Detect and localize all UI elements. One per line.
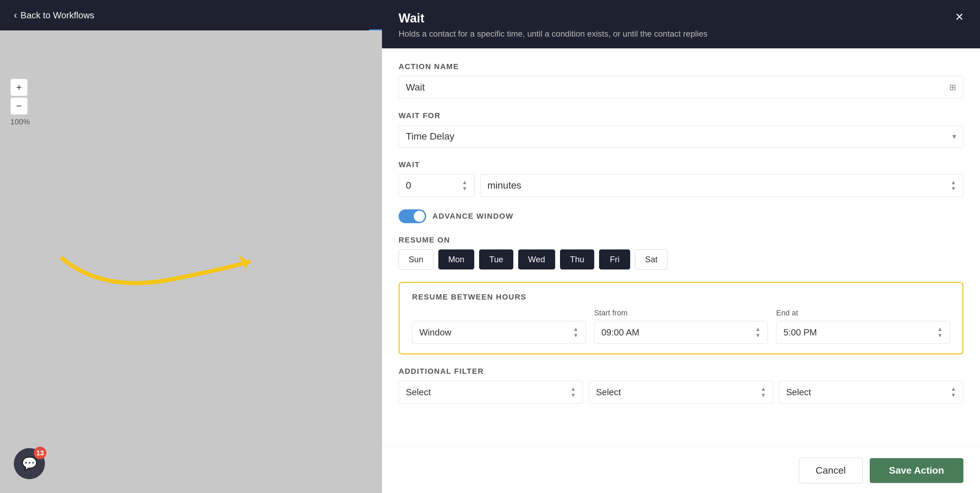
wait-for-select[interactable]: Time Delay ▾ <box>399 125 963 148</box>
resume-hours-grid: Window ▲ ▼ Start from 09:00 AM ▲ ▼ <box>412 309 950 344</box>
wait-unit-value: minutes <box>487 180 521 191</box>
chat-badge: 13 <box>34 447 46 459</box>
filter-select-2[interactable]: Select ▲ ▼ <box>589 381 773 404</box>
back-button[interactable]: ‹ Back to Workflows <box>14 10 94 21</box>
cancel-button[interactable]: Cancel <box>799 458 863 483</box>
resume-between-label: RESUME BETWEEN HOURS <box>412 293 950 301</box>
start-from-value: 09:00 AM <box>601 327 640 338</box>
unit-spinner-down[interactable]: ▼ <box>951 186 956 192</box>
panel-title: Wait <box>399 11 708 25</box>
day-fri[interactable]: Fri <box>599 249 630 269</box>
action-name-input[interactable]: Wait ⊞ <box>399 76 963 99</box>
filter2-down[interactable]: ▼ <box>760 393 766 398</box>
spinner-down-button[interactable]: ▼ <box>462 186 467 192</box>
wait-for-label: WAIT FOR <box>399 111 963 120</box>
arrow-annotation <box>35 162 277 286</box>
advance-window-label: ADVANCE WINDOW <box>433 212 513 221</box>
action-name-label: ACTION NAME <box>399 62 963 71</box>
window-up[interactable]: ▲ <box>573 327 579 332</box>
unit-spinner-up[interactable]: ▲ <box>951 180 956 185</box>
chat-icon: 💬 <box>22 457 37 471</box>
zoom-level: 100% <box>10 117 30 127</box>
panel-body: ACTION NAME Wait ⊞ WAIT FOR Time Delay ▾… <box>382 48 980 448</box>
window-down[interactable]: ▼ <box>573 333 579 338</box>
action-name-icon: ⊞ <box>949 82 956 92</box>
wait-for-value: Time Delay <box>406 131 455 142</box>
zoom-controls: + − 100% <box>10 79 30 127</box>
day-sun[interactable]: Sun <box>399 249 433 269</box>
window-value: Window <box>419 327 451 338</box>
action-name-value: Wait <box>406 82 425 93</box>
save-action-button[interactable]: Save Action <box>870 458 963 483</box>
back-button-label: Back to Workflows <box>21 10 94 21</box>
resume-hours-box: RESUME BETWEEN HOURS Window ▲ ▼ Start fr… <box>399 282 963 355</box>
zoom-in-button[interactable]: + <box>10 79 28 96</box>
end-at-value: 5:00 PM <box>783 327 817 338</box>
start-from-label: Start from <box>594 309 768 317</box>
spinner-up-button[interactable]: ▲ <box>462 180 467 185</box>
wait-unit-select[interactable]: minutes ▲ ▼ <box>480 174 963 197</box>
wait-for-group: WAIT FOR Time Delay ▾ <box>399 111 963 148</box>
advance-window-row: ADVANCE WINDOW <box>399 209 963 223</box>
resume-on-group: RESUME ON Sun Mon Tue Wed Thu Fri Sat <box>399 236 963 269</box>
end-at-down[interactable]: ▼ <box>937 333 943 338</box>
action-name-group: ACTION NAME Wait ⊞ <box>399 62 963 99</box>
additional-filter-label: ADDITIONAL FILTER <box>399 367 963 376</box>
day-buttons: Sun Mon Tue Wed Thu Fri Sat <box>399 249 963 269</box>
window-select[interactable]: Window ▲ ▼ <box>412 321 586 344</box>
wait-label: WAIT <box>399 160 963 169</box>
additional-filter-group: ADDITIONAL FILTER Select ▲ ▼ Select ▲ ▼ <box>399 367 963 404</box>
end-at-label: End at <box>776 309 950 317</box>
filter1-up[interactable]: ▲ <box>570 386 576 392</box>
wait-group: WAIT 0 ▲ ▼ minutes ▲ ▼ <box>399 160 963 197</box>
wait-number-input[interactable]: 0 ▲ ▼ <box>399 174 475 197</box>
side-panel: Wait Holds a contact for a specific time… <box>382 0 980 493</box>
filter2-up[interactable]: ▲ <box>760 386 766 392</box>
svg-marker-0 <box>239 255 249 269</box>
panel-header: Wait Holds a contact for a specific time… <box>382 0 980 48</box>
chevron-down-icon: ▾ <box>952 132 956 141</box>
start-from-select[interactable]: 09:00 AM ▲ ▼ <box>594 321 768 344</box>
day-tue[interactable]: Tue <box>479 249 513 269</box>
filter-row: Select ▲ ▼ Select ▲ ▼ Select <box>399 381 963 404</box>
panel-title-area: Wait Holds a contact for a specific time… <box>399 11 708 39</box>
back-arrow-icon: ‹ <box>14 10 17 21</box>
panel-subtitle: Holds a contact for a specific time, unt… <box>399 29 708 39</box>
day-mon[interactable]: Mon <box>438 249 475 269</box>
day-sat[interactable]: Sat <box>635 249 668 269</box>
wait-number-value: 0 <box>406 180 411 191</box>
filter-select-1[interactable]: Select ▲ ▼ <box>399 381 583 404</box>
start-from-down[interactable]: ▼ <box>755 333 760 338</box>
filter-select-3[interactable]: Select ▲ ▼ <box>779 381 963 404</box>
toggle-knob <box>414 211 425 222</box>
start-from-up[interactable]: ▲ <box>755 327 760 332</box>
unit-spinner-buttons: ▲ ▼ <box>951 180 956 192</box>
panel-footer: Cancel Save Action <box>382 448 980 493</box>
spinner-buttons: ▲ ▼ <box>462 180 467 192</box>
zoom-out-button[interactable]: − <box>10 97 28 115</box>
start-from-col: Start from 09:00 AM ▲ ▼ <box>594 309 768 344</box>
filter2-value: Select <box>596 387 621 398</box>
chat-widget[interactable]: 💬 13 <box>14 448 45 479</box>
day-thu[interactable]: Thu <box>560 249 594 269</box>
end-at-col: End at 5:00 PM ▲ ▼ <box>776 309 950 344</box>
advance-window-toggle[interactable] <box>399 209 426 223</box>
filter1-down[interactable]: ▼ <box>570 393 576 398</box>
window-col: Window ▲ ▼ <box>412 321 586 344</box>
filter1-value: Select <box>406 387 431 398</box>
filter3-down[interactable]: ▼ <box>951 393 956 398</box>
filter3-up[interactable]: ▲ <box>951 386 956 392</box>
close-button[interactable]: × <box>955 10 963 24</box>
wait-row: 0 ▲ ▼ minutes ▲ ▼ <box>399 174 963 197</box>
filter3-value: Select <box>786 387 811 398</box>
resume-on-label: RESUME ON <box>399 236 963 245</box>
end-at-select[interactable]: 5:00 PM ▲ ▼ <box>776 321 950 344</box>
end-at-up[interactable]: ▲ <box>937 327 943 332</box>
day-wed[interactable]: Wed <box>518 249 555 269</box>
